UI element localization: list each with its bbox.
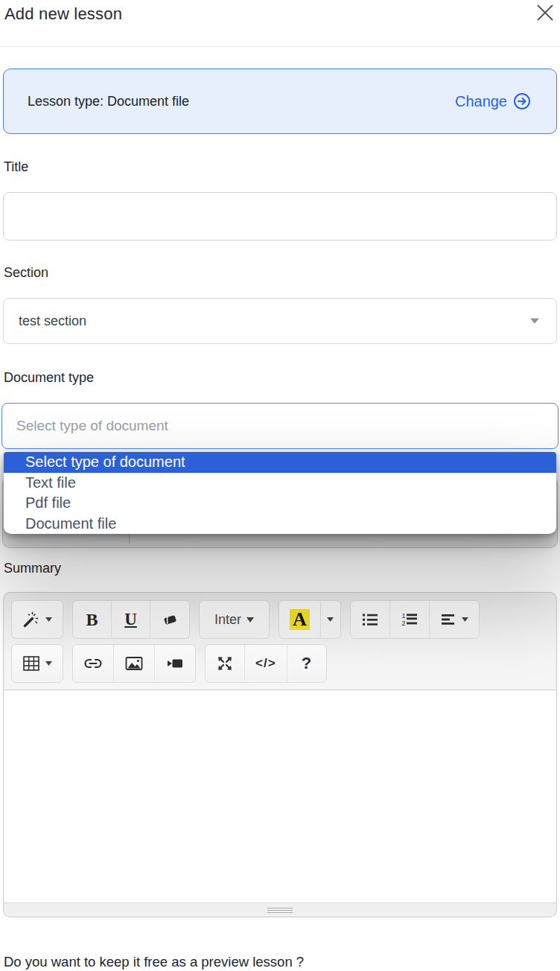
insert-group xyxy=(72,644,196,683)
font-family-group: Inter xyxy=(199,600,270,639)
chevron-down-icon xyxy=(529,318,540,325)
chevron-down-icon xyxy=(462,617,468,622)
text-color-group: A xyxy=(279,600,341,639)
document-type-select[interactable]: Select type of document xyxy=(1,403,559,449)
toolbar-row-1: B U Inter xyxy=(11,600,549,639)
summary-editor: B U Inter xyxy=(3,592,557,917)
fullscreen-button[interactable] xyxy=(206,645,245,682)
chevron-down-icon xyxy=(45,617,52,622)
underline-button[interactable]: U xyxy=(112,601,150,638)
fullscreen-icon xyxy=(216,655,234,672)
lesson-type-text: Lesson type: Document file xyxy=(28,94,189,109)
resize-grip-icon xyxy=(267,908,293,913)
document-type-placeholder: Select type of document xyxy=(16,418,168,434)
chevron-down-icon xyxy=(45,661,52,666)
bold-button[interactable]: B xyxy=(73,601,112,638)
document-type-dropdown: Select type of document Text file Pdf fi… xyxy=(4,452,556,534)
dropdown-option-text-file[interactable]: Text file xyxy=(4,473,556,494)
svg-text:2: 2 xyxy=(401,620,405,627)
font-family-value: Inter xyxy=(214,612,241,628)
table-button[interactable] xyxy=(12,645,63,682)
svg-text:1: 1 xyxy=(401,612,405,620)
help-button[interactable]: ? xyxy=(287,645,326,682)
table-group xyxy=(11,644,63,683)
magic-wand-icon xyxy=(22,611,40,628)
editor-resize-bar[interactable] xyxy=(4,902,556,917)
clear-format-button[interactable] xyxy=(150,601,189,638)
view-group: </> ? xyxy=(205,644,327,683)
unordered-list-button[interactable] xyxy=(351,601,390,638)
dropdown-option-pdf-file[interactable]: Pdf file xyxy=(4,493,556,514)
bold-icon: B xyxy=(86,610,98,630)
help-icon: ? xyxy=(302,654,311,673)
page-title: Add new lesson xyxy=(4,4,122,24)
dropdown-option-document-file[interactable]: Document file xyxy=(4,514,556,535)
text-color-icon: A xyxy=(290,609,310,629)
editor-toolbar: B U Inter xyxy=(4,593,556,690)
ordered-list-button[interactable]: 1 2 xyxy=(390,601,430,638)
ordered-list-icon: 1 2 xyxy=(401,611,419,628)
dropdown-option-select-type[interactable]: Select type of document xyxy=(4,452,556,473)
toolbar-row-2: </> ? xyxy=(11,644,549,683)
add-lesson-modal: Add new lesson Lesson type: Document fil… xyxy=(0,0,560,971)
align-left-icon xyxy=(440,611,456,628)
style-group xyxy=(11,600,63,639)
document-type-label: Document type xyxy=(4,370,94,386)
lesson-type-banner: Lesson type: Document file Change xyxy=(3,69,557,134)
text-color-button[interactable]: A xyxy=(279,601,321,638)
arrow-right-circle-icon xyxy=(513,92,531,110)
paragraph-align-button[interactable] xyxy=(430,601,479,638)
link-button[interactable] xyxy=(73,645,114,682)
video-button[interactable] xyxy=(155,645,195,682)
magic-style-button[interactable] xyxy=(12,601,63,638)
change-lesson-type-button[interactable]: Change xyxy=(455,92,531,110)
section-label: Section xyxy=(4,265,48,281)
change-label: Change xyxy=(455,93,507,110)
eraser-icon xyxy=(161,611,179,628)
chevron-down-icon xyxy=(246,617,254,623)
paragraph-group: 1 2 xyxy=(350,600,480,639)
summary-label: Summary xyxy=(4,561,61,576)
font-family-select[interactable]: Inter xyxy=(200,601,269,638)
summary-content-area[interactable] xyxy=(4,690,556,902)
chevron-down-icon xyxy=(327,617,334,622)
preview-lesson-question: Do you want to keep it free as a preview… xyxy=(4,954,304,970)
close-icon xyxy=(535,3,556,22)
section-select-value: test section xyxy=(19,313,86,329)
header-divider xyxy=(0,46,560,47)
image-button[interactable] xyxy=(114,645,155,682)
font-style-group: B U xyxy=(72,600,190,639)
close-button[interactable] xyxy=(535,2,556,23)
image-icon xyxy=(124,655,144,672)
link-icon xyxy=(83,655,103,672)
section-select[interactable]: test section xyxy=(3,298,557,344)
text-color-caret-button[interactable] xyxy=(321,601,340,638)
title-input[interactable] xyxy=(3,192,557,241)
code-view-icon: </> xyxy=(255,656,276,671)
underline-icon: U xyxy=(124,610,137,629)
table-icon xyxy=(22,655,40,672)
unordered-list-icon xyxy=(361,611,379,628)
title-label: Title xyxy=(4,159,28,175)
video-icon xyxy=(165,655,185,672)
code-view-button[interactable]: </> xyxy=(245,645,287,682)
